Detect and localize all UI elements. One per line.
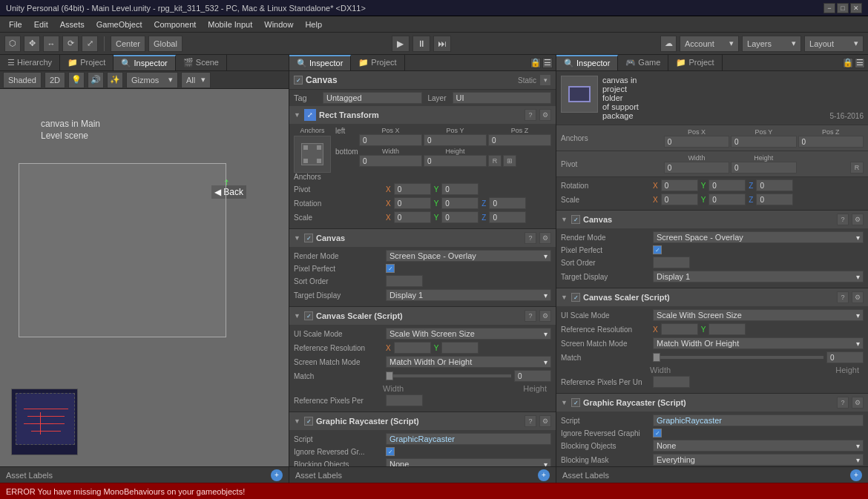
tab-project-left[interactable]: 📁 Project <box>351 55 404 70</box>
right-pixel-perfect-checkbox[interactable]: ✓ <box>653 245 662 254</box>
canvas-help-btn[interactable]: ? <box>525 232 536 244</box>
right-render-mode-dropdown[interactable]: Screen Space - Overlay <box>653 231 864 243</box>
cloud-button[interactable]: ☁ <box>660 36 677 52</box>
menu-file[interactable]: File <box>3 19 28 30</box>
canvas-scaler-header[interactable]: ▼ ✓ Canvas Scaler (Script) ? ⚙ <box>289 307 556 325</box>
ui-scale-dropdown[interactable]: Scale With Screen Size <box>386 328 551 340</box>
scaler-right-settings-btn[interactable]: ⚙ <box>852 291 864 303</box>
2d-mode-btn[interactable]: 2D <box>45 72 65 88</box>
tab-inspector-scene[interactable]: 🔍 Inspector <box>114 55 175 70</box>
raycaster-right-help-btn[interactable]: ? <box>837 397 849 409</box>
inspector-right-menu-btn[interactable]: ☰ <box>855 58 865 68</box>
right-height-input[interactable] <box>731 162 796 174</box>
right-match-slider-thumb[interactable] <box>653 353 660 362</box>
minimize-button[interactable]: − <box>823 3 835 13</box>
right-ref-x-input[interactable]: 1400 <box>661 323 698 335</box>
menu-gameobject[interactable]: GameObject <box>91 19 148 30</box>
script-value[interactable]: GraphicRaycaster <box>386 433 551 445</box>
tab-scene-view[interactable]: 🎬 Scene <box>176 55 227 70</box>
tool-rect[interactable]: ⤢ <box>82 36 98 52</box>
pos-z-input[interactable] <box>488 134 551 146</box>
match-slider-track[interactable] <box>386 374 511 377</box>
tab-game-right[interactable]: 🎮 Game <box>618 55 668 70</box>
inspector-right-asset-add-btn[interactable]: + <box>850 469 862 481</box>
rect-menu-btn[interactable]: ⚙ <box>539 109 551 121</box>
blocking-dropdown[interactable]: None <box>386 458 551 466</box>
rect-transform-header[interactable]: ▼ ⤢ Rect Transform ? ⚙ <box>289 106 556 124</box>
right-script-value[interactable]: GraphicRaycaster <box>653 414 864 426</box>
rot-x-input[interactable] <box>394 197 431 209</box>
canvas-right-header[interactable]: ▼ ✓ Canvas ? ⚙ <box>556 211 868 228</box>
right-sort-order-input[interactable]: 1 <box>653 257 690 268</box>
canvas-settings-btn[interactable]: ⚙ <box>539 232 551 244</box>
right-target-display-dropdown[interactable]: Display 1 <box>653 271 864 282</box>
rot-z-input[interactable] <box>489 197 526 209</box>
right-ref-pixels-input[interactable]: 100 <box>653 376 690 388</box>
menu-assets[interactable]: Assets <box>54 19 91 30</box>
layers-dropdown[interactable]: Layers <box>742 36 801 52</box>
effects-btn[interactable]: ✨ <box>107 72 123 88</box>
pause-button[interactable]: ⏸ <box>412 36 430 52</box>
tool-hand[interactable]: ⬡ <box>4 36 21 52</box>
match-slider-thumb[interactable] <box>386 371 393 380</box>
right-rot-x-input[interactable] <box>661 179 698 191</box>
pos-x-input[interactable] <box>359 134 422 146</box>
scale-y-input[interactable] <box>441 211 479 223</box>
pivot-x-input[interactable] <box>394 183 431 195</box>
right-scale-x-input[interactable] <box>661 194 698 205</box>
right-r-btn[interactable]: R <box>850 162 864 174</box>
scaler-help-btn[interactable]: ? <box>525 310 536 322</box>
inspector-lock-btn[interactable]: 🔒 <box>530 58 541 68</box>
all-dropdown[interactable]: All <box>181 72 211 88</box>
right-width-input[interactable] <box>664 162 729 174</box>
right-blocking-mask-dropdown[interactable]: Everything <box>653 454 864 466</box>
pivot-y-input[interactable] <box>441 183 479 195</box>
scene-view[interactable]: → ↑ ◀ Back canvas in Main Level scene <box>0 89 289 466</box>
canvas-active-checkbox[interactable]: ✓ <box>304 234 313 242</box>
raycaster-right-settings-btn[interactable]: ⚙ <box>852 397 864 409</box>
raycaster-active-checkbox[interactable]: ✓ <box>304 417 313 426</box>
right-scale-y-input[interactable] <box>708 194 746 205</box>
target-display-dropdown[interactable]: Display 1 <box>386 289 551 301</box>
pos-y-input[interactable] <box>424 134 487 146</box>
tag-dropdown[interactable]: Untagged <box>323 92 422 104</box>
maximize-button[interactable]: □ <box>837 3 849 13</box>
raycaster-right-header[interactable]: ▼ ✓ Graphic Raycaster (Script) ? ⚙ <box>556 394 868 412</box>
raycaster-settings-btn[interactable]: ⚙ <box>539 415 551 427</box>
tab-inspector-left[interactable]: 🔍 Inspector <box>289 55 351 70</box>
scaler-right-help-btn[interactable]: ? <box>837 291 849 303</box>
menu-component[interactable]: Component <box>148 19 202 30</box>
object-active-checkbox[interactable]: ✓ <box>294 76 303 85</box>
right-pos-x-input[interactable] <box>664 136 729 148</box>
ref-x-input[interactable]: 1400 <box>394 342 431 354</box>
raycaster-header[interactable]: ▼ ✓ Graphic Raycaster (Script) ? ⚙ <box>289 412 556 430</box>
close-button[interactable]: ✕ <box>850 3 862 13</box>
menu-help[interactable]: Help <box>299 19 328 30</box>
right-blocking-obj-dropdown[interactable]: None <box>653 440 864 452</box>
screen-match-dropdown[interactable]: Match Width Or Height <box>386 356 551 368</box>
object-settings-btn[interactable]: ▾ <box>539 74 551 86</box>
tab-scene-hierarchy[interactable]: ☰ Hierarchy <box>0 55 60 70</box>
right-rot-z-input[interactable] <box>756 179 793 191</box>
canvas-right-settings-btn[interactable]: ⚙ <box>852 214 864 225</box>
right-ignore-checkbox[interactable]: ✓ <box>653 429 662 437</box>
blueprint-btn[interactable]: ⊞ <box>503 155 516 167</box>
ref-y-input[interactable]: 900 <box>441 342 479 354</box>
ref-pixels-input[interactable]: 100 <box>386 394 423 406</box>
menu-edit[interactable]: Edit <box>28 19 54 30</box>
shade-mode-btn[interactable]: Shaded <box>3 72 42 88</box>
right-match-slider-track[interactable] <box>653 356 823 359</box>
play-button[interactable]: ▶ <box>392 36 410 52</box>
sort-order-input[interactable]: 1 <box>386 275 423 287</box>
scaler-active-checkbox[interactable]: ✓ <box>304 311 313 320</box>
audio-btn[interactable]: 🔊 <box>88 72 104 88</box>
raycaster-right-checkbox[interactable]: ✓ <box>571 398 580 407</box>
scale-x-input[interactable] <box>394 211 431 223</box>
scaler-settings-btn[interactable]: ⚙ <box>539 310 551 322</box>
tab-project-right[interactable]: 📁 Project <box>668 55 722 70</box>
inspector-menu-btn[interactable]: ☰ <box>542 58 553 68</box>
pixel-perfect-checkbox[interactable]: ✓ <box>386 264 395 273</box>
center-button[interactable]: Center <box>111 36 145 52</box>
tool-move[interactable]: ✥ <box>24 36 40 52</box>
menu-mobile-input[interactable]: Mobile Input <box>202 19 258 30</box>
